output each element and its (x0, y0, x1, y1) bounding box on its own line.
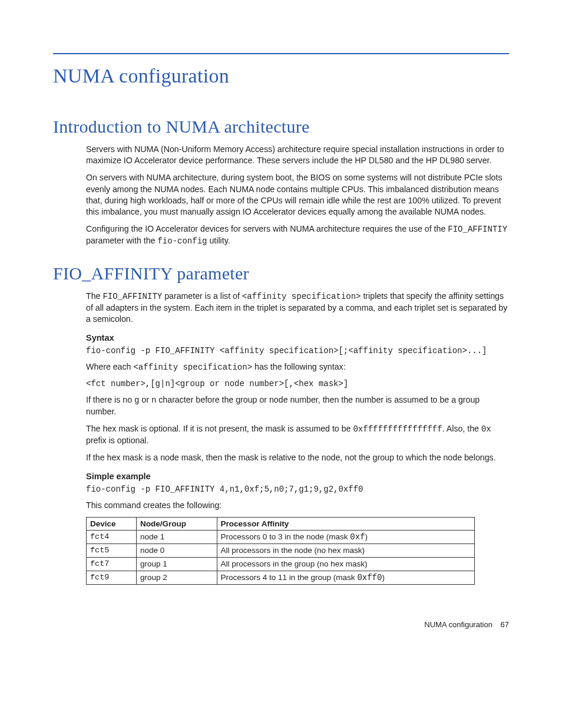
inline-code: FIO_AFFINITY (103, 292, 162, 301)
text: If there is no (86, 395, 134, 404)
paragraph: If there is no g or n character before t… (86, 394, 509, 417)
syntax-heading: Syntax (86, 333, 509, 342)
inline-code: <affinity specification> (133, 363, 252, 372)
inline-code: <affinity specification> (242, 292, 361, 301)
paragraph: On servers with NUMA architecture, durin… (86, 172, 509, 218)
table-row: fct7 group 1 All processors in the group… (87, 558, 475, 571)
page-footer: NUMA configuration 67 (53, 620, 509, 629)
text: The hex mask is optional. If it is not p… (86, 424, 353, 433)
page-container: NUMA configuration Introduction to NUMA … (0, 0, 562, 653)
cell-group: group 2 (136, 571, 217, 585)
section-intro-body: Servers with NUMA (Non-Uniform Memory Ac… (86, 144, 509, 247)
text: parameter is a list of (162, 291, 242, 301)
text: . Also, the (442, 424, 481, 433)
inline-code: fio-config (157, 236, 207, 246)
col-proc-affinity: Processor Affinity (217, 518, 475, 531)
inline-code: 0xffffffffffffffff (353, 424, 442, 434)
paragraph: Servers with NUMA (Non-Uniform Memory Ac… (86, 144, 509, 166)
text: The (86, 291, 103, 301)
cell-affinity: Processors 4 to 11 in the group (mask 0x… (217, 571, 475, 585)
page-number: 67 (501, 620, 509, 629)
paragraph: If the hex mask is a node mask, then the… (86, 452, 509, 463)
cell-group: node 1 (136, 531, 217, 544)
inline-code: 0x (481, 424, 491, 434)
section-heading-intro: Introduction to NUMA architecture (53, 117, 509, 137)
text: Configuring the IO Accelerator devices f… (86, 224, 448, 233)
top-rule (53, 53, 509, 54)
cell-affinity: All processors in the node (no hex mask) (217, 544, 475, 558)
code-block-syntax: fio-config -p FIO_AFFINITY <affinity spe… (86, 346, 509, 355)
cell-device: fct9 (87, 571, 137, 585)
affinity-table: Device Node/Group Processor Affinity fct… (86, 517, 475, 585)
cell-device: fct4 (87, 531, 137, 544)
inline-code: FIO_AFFINTIY (448, 225, 507, 234)
text: or (139, 395, 151, 404)
text: utility. (207, 236, 230, 245)
table-row: fct4 node 1 Processors 0 to 3 in the nod… (87, 531, 475, 544)
cell-group: node 0 (136, 544, 217, 558)
paragraph: Configuring the IO Accelerator devices f… (86, 223, 509, 247)
paragraph: Where each <affinity specification> has … (86, 361, 509, 373)
table-row: fct9 group 2 Processors 4 to 11 in the g… (87, 571, 475, 585)
cell-affinity: All processors in the group (no hex mask… (217, 558, 475, 571)
code-block-where: <fct number>,[g|n]<group or node number>… (86, 379, 509, 388)
text: has the following syntax: (252, 362, 346, 371)
section-heading-fio: FIO_AFFINITY parameter (53, 263, 509, 284)
cell-device: fct5 (87, 544, 137, 558)
table-header-row: Device Node/Group Processor Affinity (87, 518, 475, 531)
paragraph: The FIO_AFFINITY parameter is a list of … (86, 291, 509, 325)
code-block-example: fio-config -p FIO_AFFINITY 4,n1,0xf;5,n0… (86, 485, 509, 494)
col-nodegroup: Node/Group (136, 518, 217, 531)
cell-affinity: Processors 0 to 3 in the node (mask 0xf) (217, 531, 475, 544)
paragraph: This command creates the following: (86, 500, 509, 511)
section-fio-body: The FIO_AFFINITY parameter is a list of … (86, 291, 509, 585)
text: prefix is optional. (86, 436, 148, 445)
paragraph: The hex mask is optional. If it is not p… (86, 423, 509, 446)
cell-group: group 1 (136, 558, 217, 571)
cell-device: fct7 (87, 558, 137, 571)
example-heading: Simple example (86, 472, 509, 481)
table-row: fct5 node 0 All processors in the node (… (87, 544, 475, 558)
text: Where each (86, 362, 133, 371)
text: parameter with the (86, 236, 157, 245)
col-device: Device (87, 518, 137, 531)
footer-text: NUMA configuration (424, 620, 492, 629)
page-title: NUMA configuration (53, 65, 509, 87)
